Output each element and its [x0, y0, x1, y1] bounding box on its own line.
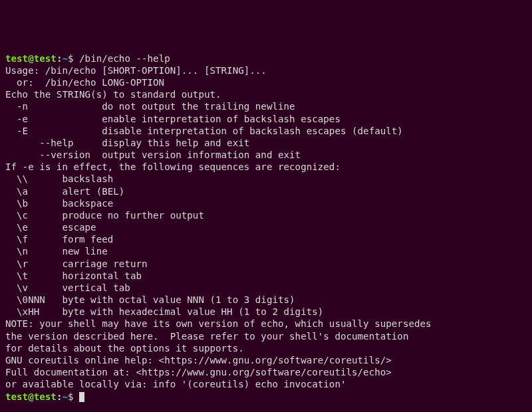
- output-line: or available locally via: info '(coreuti…: [5, 378, 527, 390]
- output-line: \0NNN byte with octal value NNN (1 to 3 …: [5, 294, 527, 306]
- output-line: -n do not output the trailing newline: [5, 100, 527, 112]
- prompt-dollar: $: [68, 53, 79, 64]
- output-line: \e escape: [5, 221, 527, 233]
- output-line: --help display this help and exit: [5, 137, 527, 149]
- output-line: \\ backslash: [5, 173, 527, 185]
- command-text: /bin/echo --help: [79, 53, 170, 64]
- output-line: \c produce no further output: [5, 209, 527, 221]
- prompt-user: test@test: [5, 53, 57, 64]
- prompt-line-1[interactable]: test@test:~$ /bin/echo --help: [5, 52, 527, 64]
- output-line: \xHH byte with hexadecimal value HH (1 t…: [5, 306, 527, 318]
- output-line: Full documentation at: <https://www.gnu.…: [5, 366, 527, 378]
- output-line: Echo the STRING(s) to standard output.: [5, 88, 527, 100]
- output-line: --version output version information and…: [5, 149, 527, 161]
- output-line: Usage: /bin/echo [SHORT-OPTION]... [STRI…: [5, 64, 527, 76]
- output-line: If -e is in effect, the following sequen…: [5, 161, 527, 173]
- command-output: Usage: /bin/echo [SHORT-OPTION]... [STRI…: [5, 64, 527, 391]
- output-line: \n new line: [5, 245, 527, 257]
- output-line: -E disable interpretation of backslash e…: [5, 125, 527, 137]
- cursor-block: [79, 392, 84, 402]
- output-line: \a alert (BEL): [5, 185, 527, 197]
- output-line: \t horizontal tab: [5, 270, 527, 282]
- output-line: NOTE: your shell may have its own versio…: [5, 318, 527, 330]
- output-line: \b backspace: [5, 197, 527, 209]
- output-line: for details about the options it support…: [5, 342, 527, 354]
- output-line: or: /bin/echo LONG-OPTION: [5, 76, 527, 88]
- output-line: -e enable interpretation of backslash es…: [5, 113, 527, 125]
- output-line: GNU coreutils online help: <https://www.…: [5, 354, 527, 366]
- output-line: \v vertical tab: [5, 282, 527, 294]
- output-line: \r carriage return: [5, 258, 527, 270]
- prompt-line-2[interactable]: test@test:~$: [5, 391, 527, 403]
- prompt-dollar: $: [68, 391, 79, 402]
- output-line: \f form feed: [5, 233, 527, 245]
- prompt-user: test@test: [5, 391, 57, 402]
- output-line: the version described here. Please refer…: [5, 330, 527, 342]
- prompt-path: ~: [62, 53, 68, 64]
- prompt-path: ~: [62, 391, 68, 402]
